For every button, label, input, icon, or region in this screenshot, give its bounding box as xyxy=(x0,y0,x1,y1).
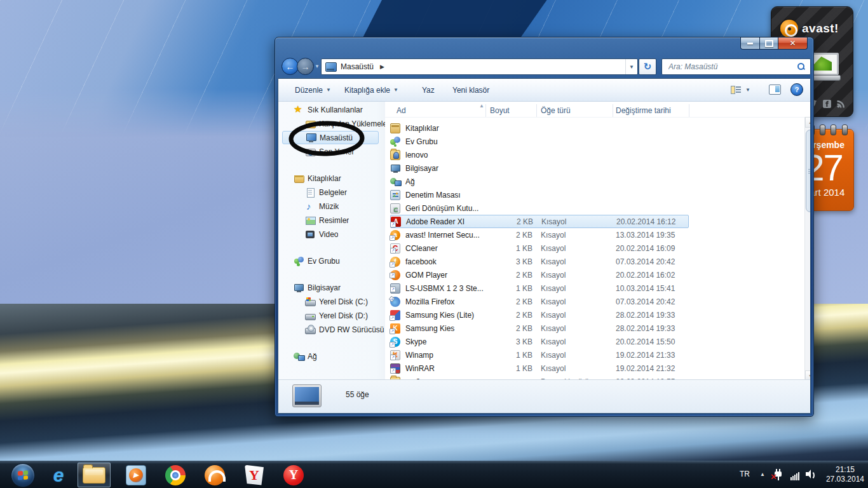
close-button[interactable]: ✕ xyxy=(778,37,808,50)
kies-lite-icon xyxy=(390,310,400,320)
include-in-library-menu[interactable]: Kitaplığa ekle▼ xyxy=(344,79,398,101)
taskbar-yandex-button[interactable]: Y xyxy=(238,463,271,487)
change-view-button[interactable]: ▼ xyxy=(731,83,750,97)
desktop: avast! Perşembe 27 Mart 2014 xyxy=(0,0,868,488)
file-type: Kısayol xyxy=(541,257,566,266)
language-indicator[interactable]: TR xyxy=(740,470,750,478)
organize-menu[interactable]: Düzenle▼ xyxy=(295,79,331,101)
preview-pane-icon xyxy=(769,85,781,95)
sidebar-item-ağ[interactable]: Ağ xyxy=(278,349,385,363)
sidebar-item-yerel-disk-c[interactable]: Yerel Disk (C:) xyxy=(278,295,385,308)
sidebar-item-karşıdan-yüklemeler[interactable]: Karşıdan Yüklemeler xyxy=(278,117,385,130)
sidebar-item-masaüstü[interactable]: Masaüstü xyxy=(282,131,379,144)
preview-pane-button[interactable] xyxy=(769,83,781,97)
sidebar-item-yerel-disk-d[interactable]: Yerel Disk (D:) xyxy=(278,309,385,322)
file-row-denetim-masası[interactable]: Denetim Masası xyxy=(390,188,689,201)
winamp-icon: ↯ xyxy=(390,350,400,360)
sidebar-item-ev-grubu[interactable]: Ev Grubu xyxy=(278,254,385,268)
file-row-gom-player[interactable]: GOM Player2 KBKısayol20.02.2014 16:02 xyxy=(390,268,689,281)
taskbar-ie-button[interactable]: e xyxy=(42,463,75,487)
breadcrumb-arrow-icon[interactable]: ▶ xyxy=(380,64,384,70)
taskbar-gom-button[interactable] xyxy=(198,463,231,487)
help-button[interactable]: ? xyxy=(790,83,803,97)
search-input[interactable] xyxy=(667,62,797,72)
new-folder-button[interactable]: Yeni klasör xyxy=(452,79,489,101)
network-signal-icon[interactable] xyxy=(790,469,802,480)
forward-button[interactable]: → xyxy=(297,58,314,75)
sidebar-item-label: Son Yerler xyxy=(319,147,354,156)
rss-icon[interactable] xyxy=(837,100,846,108)
file-row-winamp[interactable]: ↯Winamp1 KBKısayol19.02.2014 21:33 xyxy=(390,348,689,362)
sidebar-item-son-yerler[interactable]: Son Yerler xyxy=(278,145,385,158)
scrollbar[interactable]: ▲ ▼ xyxy=(804,117,811,381)
search-icon[interactable] xyxy=(797,63,805,71)
computer-icon xyxy=(294,283,304,293)
column-separator xyxy=(613,104,613,117)
file-row-ev-grubu[interactable]: Ev Grubu xyxy=(390,135,689,148)
back-button[interactable]: ← xyxy=(281,58,299,75)
file-row-samsung-kies[interactable]: KSamsung Kies2 KBKısayol28.02.2014 19:33 xyxy=(390,322,689,335)
power-plug-icon[interactable]: ✕ xyxy=(773,468,784,481)
column-header-öğe-türü[interactable]: Öğe türü xyxy=(541,106,571,115)
chevron-down-icon: ▼ xyxy=(393,87,398,93)
maximize-button[interactable] xyxy=(760,37,778,50)
burn-button[interactable]: Yaz xyxy=(422,79,435,101)
show-hidden-icons-button[interactable]: ▲ xyxy=(760,471,765,477)
sidebar-item-resimler[interactable]: Resimler xyxy=(278,214,385,227)
taskbar-explorer-button[interactable] xyxy=(78,463,111,487)
address-dropdown-button[interactable]: ▼ xyxy=(625,59,637,74)
file-row-samsung-kies-lite[interactable]: Samsung Kies (Lite)2 KBKısayol28.02.2014… xyxy=(390,308,689,322)
scrollbar-thumb[interactable] xyxy=(806,130,811,212)
file-row-avast-internet-secu[interactable]: aavast! Internet Secu...2 KBKısayol13.03… xyxy=(390,228,689,241)
ccleaner-icon: C xyxy=(390,243,400,254)
sidebar-item-bilgisayar[interactable]: Bilgisayar xyxy=(278,281,385,294)
file-row-facebook[interactable]: ffacebook3 KBKısayol07.03.2014 20:42 xyxy=(390,255,689,268)
taskbar-chrome-button[interactable] xyxy=(159,463,192,487)
column-separator xyxy=(485,104,486,117)
column-header-boyut[interactable]: Boyut xyxy=(490,106,510,115)
file-row-mozilla-firefox[interactable]: Mozilla Firefox2 KBKısayol07.03.2014 20:… xyxy=(390,295,689,308)
file-row-lenovo[interactable]: lenovo xyxy=(390,148,689,161)
file-row-kitaplıklar[interactable]: Kitaplıklar xyxy=(390,121,689,135)
column-header-değiştirme-tarihi[interactable]: Değiştirme tarihi xyxy=(616,106,671,115)
file-size: 2 KB xyxy=(487,311,532,320)
history-dropdown-icon[interactable]: ▼ xyxy=(315,64,320,69)
file-date-modified: 20.02.2014 16:02 xyxy=(616,271,675,280)
file-row-bilgisayar[interactable]: Bilgisayar xyxy=(390,161,689,175)
gom-icon xyxy=(390,270,400,280)
sidebar-item-video[interactable]: Video xyxy=(278,227,385,241)
file-row-ağ[interactable]: Ağ xyxy=(390,175,689,188)
breadcrumb[interactable]: Masaüstü ▶ ▼ xyxy=(321,58,638,75)
clock[interactable]: 21:15 27.03.2014 xyxy=(826,465,864,484)
file-date-modified: 07.03.2014 20:42 xyxy=(616,297,675,306)
file-row-ccleaner[interactable]: CCCleaner1 KBKısayol20.02.2014 16:09 xyxy=(390,241,689,255)
refresh-button[interactable]: ↻ xyxy=(639,58,656,75)
file-date-modified: 13.03.2014 19:35 xyxy=(616,231,675,240)
sidebar-item-dvd-rw-sürücüsü-e[interactable]: DVD RW Sürücüsü (E:) xyxy=(278,323,385,336)
network-icon xyxy=(294,351,304,362)
sidebar-item-sık-kullanılanlar[interactable]: Sık Kullanılanlar xyxy=(278,103,385,116)
taskbar-yandex-browser-button[interactable]: Y xyxy=(277,463,310,487)
file-row-skype[interactable]: SSkype3 KBKısayol20.02.2014 15:50 xyxy=(390,335,689,348)
sidebar-item-kitaplıklar[interactable]: Kitaplıklar xyxy=(278,172,385,185)
dvd-icon xyxy=(305,325,316,335)
file-date-modified: 19.02.2014 21:33 xyxy=(616,351,675,360)
minimize-button[interactable] xyxy=(740,37,760,50)
sidebar-item-müzik[interactable]: Müzik xyxy=(278,200,385,213)
maximize-icon xyxy=(765,40,773,47)
volume-icon[interactable] xyxy=(806,470,816,478)
search-box xyxy=(661,58,811,75)
taskbar-wmp-button[interactable]: ▶ xyxy=(119,463,153,487)
file-row-ls-usbmx-1-2-3-ste[interactable]: LS-USBMX 1 2 3 Ste...1 KBKısayol10.03.20… xyxy=(390,281,689,295)
file-row-adobe-reader-xi[interactable]: AAdobe Reader XI2 KBKısayol20.02.2014 16… xyxy=(390,215,689,228)
sidebar-item-belgeler[interactable]: Belgeler xyxy=(278,186,385,199)
scroll-up-button[interactable]: ▲ xyxy=(805,117,811,128)
file-row-winrar[interactable]: WinRAR1 KBKısayol19.02.2014 21:32 xyxy=(390,362,689,375)
column-header-ad[interactable]: Ad xyxy=(397,106,406,115)
icon-glyph: a xyxy=(390,230,400,240)
icon-glyph: K xyxy=(390,323,400,334)
file-row-geri-dönüşüm-kutu[interactable]: Geri Dönüşüm Kutu... xyxy=(390,201,689,215)
avast-icon: a xyxy=(390,230,400,240)
taskbar-start-button[interactable] xyxy=(6,463,39,487)
facebook-icon[interactable] xyxy=(823,100,831,108)
